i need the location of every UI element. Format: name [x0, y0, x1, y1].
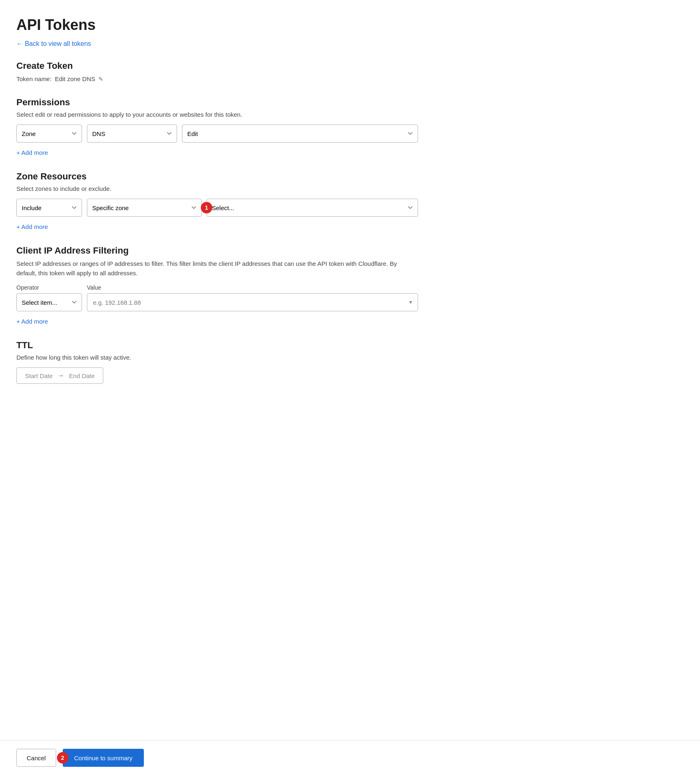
operator-col: Operator Select item... Is in Is not in [16, 284, 82, 311]
permissions-add-more-link[interactable]: + Add more [16, 149, 48, 156]
continue-to-summary-button[interactable]: Continue to summary [63, 749, 144, 767]
ip-filter-title: Client IP Address Filtering [16, 245, 418, 256]
permission-type-select[interactable]: Zone Account User [16, 125, 82, 143]
zone-include-select[interactable]: Include Exclude [16, 199, 82, 217]
footer-bar: Cancel 2 Continue to summary [0, 740, 700, 775]
edit-token-name-icon[interactable]: ✎ [98, 76, 103, 82]
permission-category-select[interactable]: DNS Cache Rules Firewall [87, 125, 177, 143]
value-col: Value ▼ [87, 284, 418, 311]
zone-resources-title: Zone Resources [16, 171, 418, 182]
cancel-button[interactable]: Cancel [16, 749, 56, 767]
ttl-section: TTL Define how long this token will stay… [16, 340, 418, 384]
zone-badge-1: 1 [201, 202, 212, 213]
ip-filter-add-more-link[interactable]: + Add more [16, 318, 48, 325]
value-label: Value [87, 284, 418, 291]
token-name-label: Token name: [16, 75, 52, 82]
zone-select-badge-wrapper: 1 Select... [207, 199, 418, 217]
ip-filter-description: Select IP addresses or ranges of IP addr… [16, 259, 418, 278]
permissions-subtitle: Select edit or read permissions to apply… [16, 111, 418, 118]
create-token-heading: Create Token [16, 61, 418, 71]
operator-select[interactable]: Select item... Is in Is not in [16, 293, 82, 311]
end-date-label: End Date [69, 372, 95, 379]
ip-value-input[interactable] [87, 293, 418, 311]
operator-value-row: Operator Select item... Is in Is not in … [16, 284, 418, 311]
date-range-button[interactable]: Start Date → End Date [16, 367, 103, 384]
permissions-section: Permissions Select edit or read permissi… [16, 97, 418, 156]
token-name-row: Token name: Edit zone DNS ✎ [16, 75, 418, 82]
start-date-label: Start Date [25, 372, 53, 379]
permissions-row: Zone Account User DNS Cache Rules Firewa… [16, 125, 418, 143]
operator-label: Operator [16, 284, 82, 291]
permissions-title: Permissions [16, 97, 418, 108]
date-range-arrow-icon: → [58, 372, 64, 379]
zone-value-select[interactable]: Select... [207, 199, 418, 217]
ip-filter-section: Client IP Address Filtering Select IP ad… [16, 245, 418, 325]
continue-badge-2: 2 [57, 752, 68, 764]
page-title: API Tokens [16, 16, 418, 34]
zone-resources-section: Zone Resources Select zones to include o… [16, 171, 418, 231]
value-input-dropdown-icon: ▼ [408, 299, 413, 305]
zone-resources-add-more-link[interactable]: + Add more [16, 223, 48, 230]
continue-btn-wrapper: 2 Continue to summary [63, 749, 144, 767]
value-input-wrapper: ▼ [87, 293, 418, 311]
ttl-description: Define how long this token will stay act… [16, 354, 418, 361]
token-name-value: Edit zone DNS [55, 75, 95, 82]
zone-specific-select[interactable]: Specific zone All Zones [87, 199, 202, 217]
zone-resources-row: Include Exclude Specific zone All Zones … [16, 199, 418, 217]
ttl-title: TTL [16, 340, 418, 351]
zone-resources-subtitle: Select zones to include or exclude. [16, 185, 418, 192]
permission-level-select[interactable]: Edit Read [182, 125, 418, 143]
back-to-tokens-link[interactable]: ← Back to view all tokens [16, 40, 91, 48]
